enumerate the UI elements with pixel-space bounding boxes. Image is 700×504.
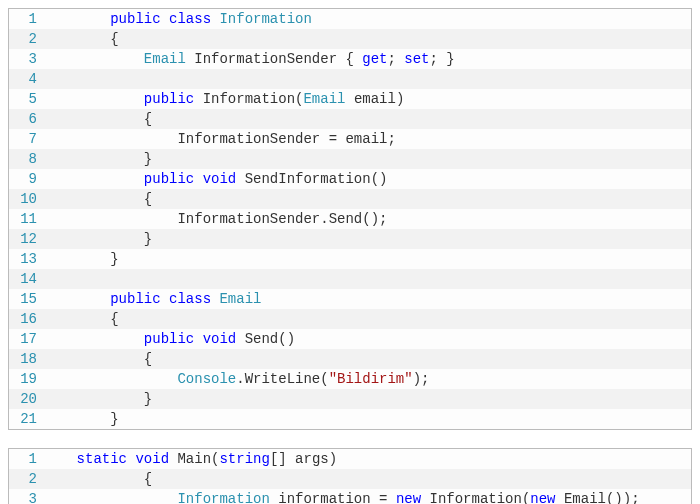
token-plain: ; }: [430, 51, 455, 67]
code-content: {: [43, 29, 691, 49]
line-number: 12: [9, 229, 43, 249]
line-number: 10: [9, 189, 43, 209]
line-number: 3: [9, 489, 43, 504]
token-kw: get: [362, 51, 387, 67]
token-kw: public: [144, 171, 203, 187]
code-content: {: [43, 309, 691, 329]
token-plain: {: [110, 311, 118, 327]
code-content: }: [43, 249, 691, 269]
code-content: InformationSender = email;: [43, 129, 691, 149]
code-content: Console.WriteLine("Bildirim");: [43, 369, 691, 389]
line-number: 2: [9, 469, 43, 489]
code-content: public void Send(): [43, 329, 691, 349]
token-plain: Main(: [177, 451, 219, 467]
token-plain: Information(: [203, 91, 304, 107]
code-block: 1 static void Main(string[] args)2 {3 In…: [8, 448, 692, 504]
code-line: 15 public class Email: [9, 289, 691, 309]
token-kw: class: [169, 11, 219, 27]
token-kw: void: [203, 331, 245, 347]
token-plain: InformationSender = email;: [177, 131, 395, 147]
code-content: public Information(Email email): [43, 89, 691, 109]
token-plain: {: [110, 31, 118, 47]
code-line: 2 {: [9, 469, 691, 489]
token-kw: void: [135, 451, 177, 467]
line-number: 2: [9, 29, 43, 49]
code-content: }: [43, 149, 691, 169]
token-plain: }: [110, 251, 118, 267]
token-plain: .WriteLine(: [236, 371, 328, 387]
token-kw: public: [144, 91, 203, 107]
code-line: 19 Console.WriteLine("Bildirim");: [9, 369, 691, 389]
code-line: 4: [9, 69, 691, 89]
code-line: 17 public void Send(): [9, 329, 691, 349]
token-type: Email: [144, 51, 194, 67]
token-kw: static: [77, 451, 136, 467]
line-number: 8: [9, 149, 43, 169]
token-kw: class: [169, 291, 219, 307]
line-number: 20: [9, 389, 43, 409]
line-number: 18: [9, 349, 43, 369]
line-number: 7: [9, 129, 43, 149]
code-line: 9 public void SendInformation(): [9, 169, 691, 189]
code-content: [43, 269, 691, 289]
token-plain: InformationSender {: [194, 51, 362, 67]
token-kw: string: [219, 451, 269, 467]
code-line: 8 }: [9, 149, 691, 169]
code-content: InformationSender.Send();: [43, 209, 691, 229]
token-plain: email): [354, 91, 404, 107]
code-content: public class Email: [43, 289, 691, 309]
code-content: static void Main(string[] args): [43, 449, 691, 469]
line-number: 3: [9, 49, 43, 69]
code-content: Information information = new Informatio…: [43, 489, 691, 504]
code-line: 3 Email InformationSender { get; set; }: [9, 49, 691, 69]
code-line: 3 Information information = new Informat…: [9, 489, 691, 504]
code-line: 18 {: [9, 349, 691, 369]
token-kw: public: [110, 291, 169, 307]
token-plain: [] args): [270, 451, 337, 467]
code-line: 21 }: [9, 409, 691, 429]
token-kw: void: [203, 171, 245, 187]
code-line: 1 static void Main(string[] args): [9, 449, 691, 469]
token-kw: new: [396, 491, 430, 504]
token-plain: InformationSender.Send();: [177, 211, 387, 227]
token-plain: SendInformation(): [245, 171, 388, 187]
token-plain: ;: [388, 51, 405, 67]
code-line: 5 public Information(Email email): [9, 89, 691, 109]
code-line: 14: [9, 269, 691, 289]
token-plain: {: [144, 351, 152, 367]
token-type: Email: [303, 91, 353, 107]
token-plain: }: [144, 231, 152, 247]
code-content: }: [43, 389, 691, 409]
code-line: 10 {: [9, 189, 691, 209]
token-plain: }: [144, 391, 152, 407]
code-line: 20 }: [9, 389, 691, 409]
token-plain: {: [144, 471, 152, 487]
token-plain: Information(: [429, 491, 530, 504]
code-line: 11 InformationSender.Send();: [9, 209, 691, 229]
code-content: [43, 69, 691, 89]
token-str: "Bildirim": [329, 371, 413, 387]
token-plain: {: [144, 191, 152, 207]
token-type: Information: [219, 11, 311, 27]
token-plain: );: [413, 371, 430, 387]
code-line: 2 {: [9, 29, 691, 49]
code-content: }: [43, 409, 691, 429]
code-line: 12 }: [9, 229, 691, 249]
code-line: 1 public class Information: [9, 9, 691, 29]
line-number: 14: [9, 269, 43, 289]
line-number: 17: [9, 329, 43, 349]
line-number: 1: [9, 449, 43, 469]
token-type: Information: [177, 491, 278, 504]
token-plain: }: [144, 151, 152, 167]
line-number: 5: [9, 89, 43, 109]
code-content: public void SendInformation(): [43, 169, 691, 189]
code-content: {: [43, 189, 691, 209]
code-line: 16 {: [9, 309, 691, 329]
code-content: }: [43, 229, 691, 249]
token-plain: Email());: [564, 491, 640, 504]
line-number: 15: [9, 289, 43, 309]
code-line: 7 InformationSender = email;: [9, 129, 691, 149]
code-line: 6 {: [9, 109, 691, 129]
token-plain: }: [110, 411, 118, 427]
code-line: 13 }: [9, 249, 691, 269]
